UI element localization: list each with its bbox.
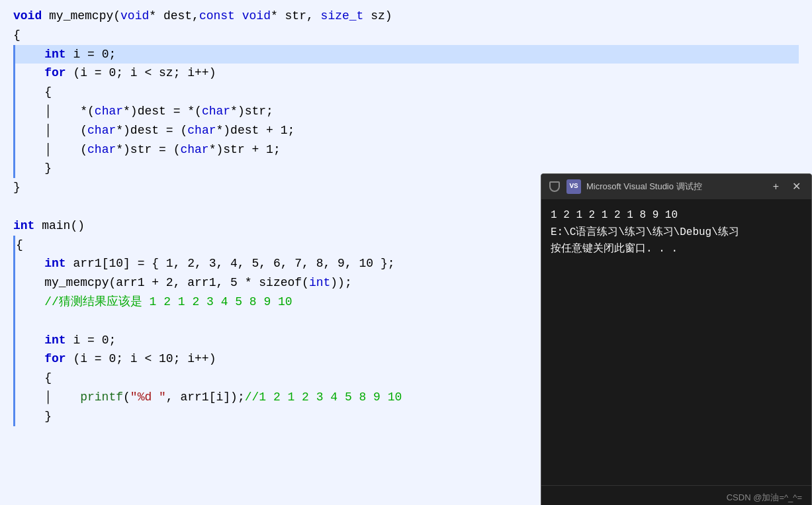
code-line-2: { xyxy=(13,26,799,45)
terminal-add-btn[interactable]: + xyxy=(769,177,783,197)
terminal-title: Microsoft Visual Studio 调试控 xyxy=(586,180,769,194)
code-line-7: │ (char*)dest = (char*)dest + 1; xyxy=(13,121,799,140)
code-line-6: │ *(char*)dest = *(char*)str; xyxy=(13,102,799,121)
terminal-output-line1: 1 2 1 2 1 2 1 8 9 10 xyxy=(551,209,678,221)
code-line-4: for (i = 0; i < sz; i++) xyxy=(13,64,799,83)
shield-icon xyxy=(548,180,561,193)
terminal-output-line2: E:\C语言练习\练习\练习\Debug\练习 xyxy=(551,226,739,238)
vs-icon: VS xyxy=(566,179,581,194)
code-editor: void my_memcpy(void* dest,const void* st… xyxy=(0,0,812,505)
terminal-titlebar: VS Microsoft Visual Studio 调试控 + ✕ xyxy=(541,174,811,199)
code-line-3: int i = 0; xyxy=(13,45,799,64)
terminal-close-btn[interactable]: ✕ xyxy=(788,177,805,197)
code-line-1: void my_memcpy(void* dest,const void* st… xyxy=(13,7,799,26)
terminal-footer: CSDN @加油=^_^= xyxy=(541,485,811,505)
terminal-footer-text: CSDN @加油=^_^= xyxy=(727,492,802,502)
code-line-8: │ (char*)str = (char*)str + 1; xyxy=(13,140,799,160)
terminal-controls: + ✕ xyxy=(769,177,805,197)
code-line-5: { xyxy=(13,83,799,102)
terminal-output-line3: 按任意键关闭此窗口. . . xyxy=(551,243,678,255)
terminal-window: VS Microsoft Visual Studio 调试控 + ✕ 1 2 1… xyxy=(541,173,812,505)
terminal-body: 1 2 1 2 1 2 1 8 9 10 E:\C语言练习\练习\练习\Debu… xyxy=(541,199,811,485)
